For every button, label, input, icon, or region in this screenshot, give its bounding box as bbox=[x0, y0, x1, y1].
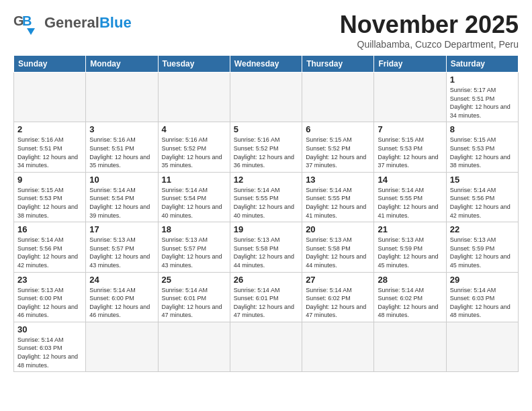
title-block: November 2025 Quillabamba, Cuzco Departm… bbox=[340, 11, 519, 50]
header-tuesday: Tuesday bbox=[158, 56, 230, 73]
table-row: 4Sunrise: 5:16 AMSunset: 5:52 PMDaylight… bbox=[158, 122, 230, 172]
day-info: Sunrise: 5:15 AMSunset: 5:52 PMDaylight:… bbox=[306, 136, 370, 169]
table-row bbox=[86, 322, 158, 371]
table-row: 11Sunrise: 5:14 AMSunset: 5:54 PMDayligh… bbox=[158, 172, 230, 222]
day-number: 23 bbox=[17, 275, 82, 285]
table-row: 26Sunrise: 5:14 AMSunset: 6:01 PMDayligh… bbox=[230, 272, 302, 322]
table-row: 6Sunrise: 5:15 AMSunset: 5:52 PMDaylight… bbox=[302, 122, 374, 172]
header-monday: Monday bbox=[86, 56, 158, 73]
day-info: Sunrise: 5:14 AMSunset: 5:56 PMDaylight:… bbox=[450, 186, 515, 220]
day-info: Sunrise: 5:16 AMSunset: 5:52 PMDaylight:… bbox=[234, 136, 298, 169]
table-row: 20Sunrise: 5:13 AMSunset: 5:58 PMDayligh… bbox=[302, 222, 374, 272]
day-info: Sunrise: 5:16 AMSunset: 5:51 PMDaylight:… bbox=[89, 136, 154, 169]
table-row: 19Sunrise: 5:13 AMSunset: 5:58 PMDayligh… bbox=[230, 222, 302, 272]
day-number: 26 bbox=[234, 275, 298, 285]
table-row bbox=[230, 73, 302, 122]
table-row bbox=[302, 73, 374, 122]
table-row: 10Sunrise: 5:14 AMSunset: 5:54 PMDayligh… bbox=[86, 172, 158, 222]
table-row: 3Sunrise: 5:16 AMSunset: 5:51 PMDaylight… bbox=[86, 122, 158, 172]
table-row bbox=[374, 322, 446, 371]
day-number: 11 bbox=[162, 175, 226, 185]
table-row: 8Sunrise: 5:15 AMSunset: 5:53 PMDaylight… bbox=[446, 122, 518, 172]
table-row: 25Sunrise: 5:14 AMSunset: 6:01 PMDayligh… bbox=[158, 272, 230, 322]
day-info: Sunrise: 5:13 AMSunset: 5:59 PMDaylight:… bbox=[378, 236, 442, 269]
calendar-row: 16Sunrise: 5:14 AMSunset: 5:56 PMDayligh… bbox=[14, 222, 519, 272]
day-number: 14 bbox=[378, 175, 442, 185]
day-number: 25 bbox=[162, 275, 226, 285]
calendar-row: 9Sunrise: 5:15 AMSunset: 5:53 PMDaylight… bbox=[14, 172, 519, 222]
day-info: Sunrise: 5:14 AMSunset: 5:54 PMDaylight:… bbox=[162, 186, 226, 220]
calendar-row: 23Sunrise: 5:13 AMSunset: 6:00 PMDayligh… bbox=[14, 272, 519, 322]
header-thursday: Thursday bbox=[302, 56, 374, 73]
day-info: Sunrise: 5:14 AMSunset: 6:02 PMDaylight:… bbox=[378, 286, 442, 320]
table-row: 27Sunrise: 5:14 AMSunset: 6:02 PMDayligh… bbox=[302, 272, 374, 322]
table-row: 23Sunrise: 5:13 AMSunset: 6:00 PMDayligh… bbox=[14, 272, 86, 322]
day-info: Sunrise: 5:14 AMSunset: 5:56 PMDaylight:… bbox=[17, 236, 82, 269]
day-number: 27 bbox=[306, 275, 370, 285]
day-number: 10 bbox=[89, 175, 154, 185]
header-sunday: Sunday bbox=[14, 56, 86, 73]
day-number: 15 bbox=[450, 175, 515, 185]
svg-text:B: B bbox=[22, 13, 32, 28]
day-number: 29 bbox=[450, 275, 515, 285]
logo-text-blue: Blue bbox=[99, 14, 132, 31]
logo-icon: G B bbox=[13, 11, 40, 35]
table-row: 28Sunrise: 5:14 AMSunset: 6:02 PMDayligh… bbox=[374, 272, 446, 322]
day-number: 30 bbox=[17, 324, 82, 334]
day-number: 18 bbox=[162, 224, 226, 234]
day-number: 9 bbox=[17, 175, 82, 185]
table-row: 13Sunrise: 5:14 AMSunset: 5:55 PMDayligh… bbox=[302, 172, 374, 222]
day-info: Sunrise: 5:14 AMSunset: 5:55 PMDaylight:… bbox=[378, 186, 442, 220]
table-row bbox=[446, 322, 518, 371]
page-header: G B GeneralBlue November 2025 Quillabamb… bbox=[13, 11, 519, 50]
calendar-row: 2Sunrise: 5:16 AMSunset: 5:51 PMDaylight… bbox=[14, 122, 519, 172]
table-row: 9Sunrise: 5:15 AMSunset: 5:53 PMDaylight… bbox=[14, 172, 86, 222]
table-row bbox=[374, 73, 446, 122]
day-number: 12 bbox=[234, 175, 298, 185]
table-row: 1Sunrise: 5:17 AMSunset: 5:51 PMDaylight… bbox=[446, 73, 518, 122]
header-wednesday: Wednesday bbox=[230, 56, 302, 73]
day-number: 13 bbox=[306, 175, 370, 185]
table-row bbox=[14, 73, 86, 122]
day-number: 4 bbox=[162, 124, 226, 134]
table-row: 15Sunrise: 5:14 AMSunset: 5:56 PMDayligh… bbox=[446, 172, 518, 222]
table-row bbox=[86, 73, 158, 122]
day-info: Sunrise: 5:14 AMSunset: 6:02 PMDaylight:… bbox=[306, 286, 370, 320]
location: Quillabamba, Cuzco Department, Peru bbox=[340, 39, 519, 50]
day-info: Sunrise: 5:13 AMSunset: 5:57 PMDaylight:… bbox=[162, 236, 226, 269]
day-number: 2 bbox=[17, 124, 82, 134]
table-row: 7Sunrise: 5:15 AMSunset: 5:53 PMDaylight… bbox=[374, 122, 446, 172]
table-row: 14Sunrise: 5:14 AMSunset: 5:55 PMDayligh… bbox=[374, 172, 446, 222]
day-info: Sunrise: 5:14 AMSunset: 5:54 PMDaylight:… bbox=[89, 186, 154, 220]
table-row: 30Sunrise: 5:14 AMSunset: 6:03 PMDayligh… bbox=[14, 322, 86, 371]
day-info: Sunrise: 5:14 AMSunset: 5:55 PMDaylight:… bbox=[306, 186, 370, 220]
day-number: 22 bbox=[450, 224, 515, 234]
day-number: 17 bbox=[89, 224, 154, 234]
day-info: Sunrise: 5:13 AMSunset: 5:58 PMDaylight:… bbox=[234, 236, 298, 269]
table-row bbox=[302, 322, 374, 371]
table-row bbox=[230, 322, 302, 371]
logo: G B GeneralBlue bbox=[13, 11, 132, 35]
table-row: 18Sunrise: 5:13 AMSunset: 5:57 PMDayligh… bbox=[158, 222, 230, 272]
day-info: Sunrise: 5:14 AMSunset: 6:01 PMDaylight:… bbox=[234, 286, 298, 320]
table-row: 22Sunrise: 5:13 AMSunset: 5:59 PMDayligh… bbox=[446, 222, 518, 272]
day-number: 19 bbox=[234, 224, 298, 234]
day-number: 1 bbox=[450, 75, 515, 85]
svg-marker-2 bbox=[27, 28, 35, 35]
calendar: Sunday Monday Tuesday Wednesday Thursday… bbox=[13, 55, 519, 372]
day-number: 16 bbox=[17, 224, 82, 234]
weekday-header-row: Sunday Monday Tuesday Wednesday Thursday… bbox=[14, 56, 519, 73]
table-row bbox=[158, 73, 230, 122]
day-info: Sunrise: 5:16 AMSunset: 5:52 PMDaylight:… bbox=[162, 136, 226, 169]
day-number: 5 bbox=[234, 124, 298, 134]
table-row: 12Sunrise: 5:14 AMSunset: 5:55 PMDayligh… bbox=[230, 172, 302, 222]
day-number: 6 bbox=[306, 124, 370, 134]
header-friday: Friday bbox=[374, 56, 446, 73]
month-title: November 2025 bbox=[340, 11, 519, 39]
day-info: Sunrise: 5:14 AMSunset: 6:03 PMDaylight:… bbox=[450, 286, 515, 320]
table-row: 16Sunrise: 5:14 AMSunset: 5:56 PMDayligh… bbox=[14, 222, 86, 272]
logo-text-general: General bbox=[44, 14, 99, 31]
day-info: Sunrise: 5:13 AMSunset: 5:57 PMDaylight:… bbox=[89, 236, 154, 269]
day-number: 8 bbox=[450, 124, 515, 134]
day-info: Sunrise: 5:14 AMSunset: 6:01 PMDaylight:… bbox=[162, 286, 226, 320]
